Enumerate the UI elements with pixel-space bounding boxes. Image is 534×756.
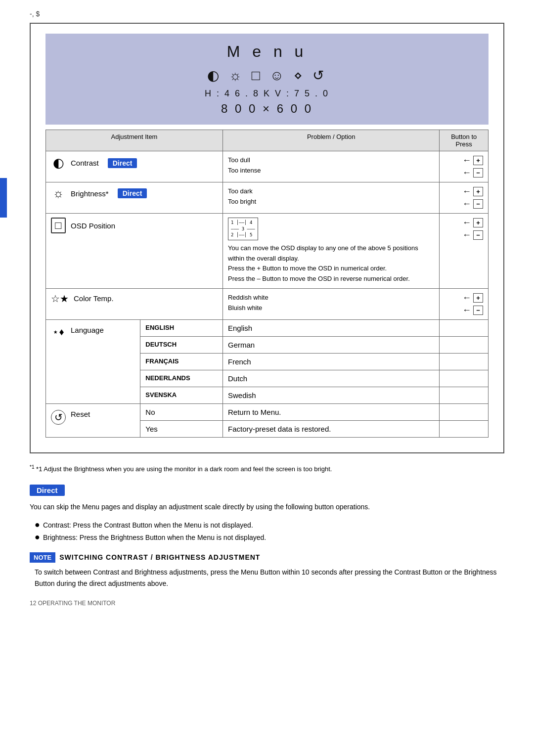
col-header-problem: Problem / Option (222, 130, 439, 151)
language-icon-cell: ⋆♦ Language (46, 319, 140, 403)
top-label: -, $ (30, 10, 504, 18)
brightness-problem-cell: Too darkToo bright (222, 182, 439, 214)
plus-box[interactable]: + (473, 293, 483, 303)
lang-code-english: ENGLISH (140, 319, 223, 336)
reset-label: Reset (71, 410, 90, 418)
lang-val-svenska: Swedish (222, 387, 439, 403)
lang-code-nederlands: NEDERLANDS (140, 370, 223, 387)
table-row: ⋆♦ Language ENGLISH English (46, 319, 489, 336)
lang-btn-deutsch (440, 336, 489, 353)
brightness-label: Brightness* (71, 189, 109, 198)
table-row: ↺ Reset No Return to Menu. (46, 403, 489, 420)
arrow-left-icon: ← (462, 199, 471, 209)
contrast-icon: ◐ (51, 155, 66, 171)
bullet-dot: ● (35, 532, 40, 543)
minus-box[interactable]: − (473, 306, 483, 315)
table-row: □ OSD Position 1 │――│ 4 ――― 3 ――― 2 │――│… (46, 214, 489, 289)
contrast-button-cell: ← + ← − (440, 151, 489, 182)
reset-icon: ↺ (51, 410, 66, 425)
lang-val-nederlands: Dutch (222, 370, 439, 387)
lang-val-english: English (222, 319, 439, 336)
lang-val-deutsch: German (222, 336, 439, 353)
plus-box[interactable]: + (473, 218, 483, 227)
brightness-adj-cell: ☼ Brightness* Direct (46, 182, 223, 214)
minus-box[interactable]: − (473, 168, 483, 178)
arrow-left-icon: ← (462, 293, 471, 303)
reset-no-btn (440, 403, 489, 420)
table-row: ◐ Contrast Direct Too dullToo intense ← … (46, 151, 489, 182)
note-title: SWITCHING CONTRAST / BRIGHTNESS ADJUSTME… (59, 553, 260, 561)
reset-icon-cell: ↺ Reset (46, 403, 140, 437)
brightness-icon: ☼ (51, 186, 66, 200)
minus-box[interactable]: − (473, 230, 483, 240)
footnote: *1 *1 Adjust the Brightness when you are… (30, 463, 504, 475)
direct-section-badge: Direct (30, 485, 65, 496)
note-header: NOTE SWITCHING CONTRAST / BRIGHTNESS ADJ… (30, 552, 504, 563)
lang-val-francais: French (222, 353, 439, 370)
contrast-adj-cell: ◐ Contrast Direct (46, 151, 223, 182)
contrast-direct-badge: Direct (108, 158, 137, 168)
reset-no-desc: Return to Menu. (222, 403, 439, 420)
arrow-left-icon: ← (462, 218, 471, 228)
colortemp-adj-cell: ☆★ Color Temp. (46, 288, 223, 319)
lang-btn-nederlands (440, 370, 489, 387)
menu-icons: ◐ ☼ □ ☺ ⋄ ↺ (50, 67, 484, 84)
colortemp-label: Color Temp. (74, 294, 114, 303)
brightness-button-cell: ← + ← − (440, 182, 489, 214)
lang-btn-francais (440, 353, 489, 370)
list-item: ● Brightness: Press the Brightness Butto… (35, 532, 504, 544)
arrow-left-icon: ← (462, 186, 471, 197)
language-label: Language (71, 326, 104, 334)
reset-no-cell: No (140, 403, 223, 420)
direct-section-description: You can skip the Menu pages and display … (30, 501, 504, 513)
brightness-direct-badge: Direct (118, 188, 147, 198)
arrow-left-icon: ← (462, 230, 471, 240)
osd-adj-cell: □ OSD Position (46, 214, 223, 289)
note-badge: NOTE (30, 552, 55, 563)
minus-box[interactable]: − (473, 199, 483, 209)
colortemp-problem-cell: Reddish whiteBluish white (222, 288, 439, 319)
bullet-dot: ● (35, 519, 40, 531)
lang-code-deutsch: DEUTSCH (140, 336, 223, 353)
table-row: ☆★ Color Temp. Reddish whiteBluish white… (46, 288, 489, 319)
arrow-left-icon: ← (462, 155, 471, 166)
table-row: ☼ Brightness* Direct Too darkToo bright … (46, 182, 489, 214)
col-header-button: Button to Press (440, 130, 489, 151)
contrast-problem-cell: Too dullToo intense (222, 151, 439, 182)
reset-yes-btn (440, 420, 489, 437)
plus-box[interactable]: + (473, 187, 483, 196)
menu-resolution: 8 0 0 × 6 0 0 (50, 102, 484, 116)
lang-btn-svenska (440, 387, 489, 403)
direct-bullet-list: ● Contrast: Press the Contrast Button wh… (30, 519, 504, 544)
plus-box[interactable]: + (473, 156, 483, 165)
menu-header: M e n u ◐ ☼ □ ☺ ⋄ ↺ H : 4 6 . 8 K V : 7 … (45, 34, 489, 125)
direct-section: Direct You can skip the Menu pages and d… (30, 485, 504, 590)
osd-diagram: 1 │――│ 4 ――― 3 ――― 2 │――│ 5 (228, 218, 258, 240)
arrow-left-icon: ← (462, 305, 471, 315)
main-table: Adjustment Item Problem / Option Button … (45, 130, 489, 438)
osd-button-cell: ← + ← − (440, 214, 489, 289)
colortemp-button-cell: ← + ← − (440, 288, 489, 319)
menu-box: M e n u ◐ ☼ □ ☺ ⋄ ↺ H : 4 6 . 8 K V : 7 … (30, 23, 504, 453)
colortemp-icon: ☆★ (51, 293, 69, 305)
list-item: ● Contrast: Press the Contrast Button wh… (35, 519, 504, 532)
lang-btn-english (440, 319, 489, 336)
osd-label: OSD Position (71, 222, 115, 230)
lang-code-svenska: SVENSKA (140, 387, 223, 403)
blue-sidebar-accent (0, 178, 7, 218)
reset-yes-cell: Yes (140, 420, 223, 437)
osd-icon: □ (51, 218, 66, 233)
arrow-left-icon: ← (462, 168, 471, 178)
menu-title: M e n u (50, 43, 484, 61)
page-footer: 12 OPERATING THE MONITOR (30, 600, 504, 607)
col-header-adjustment: Adjustment Item (46, 130, 223, 151)
language-icon: ⋆♦ (51, 326, 66, 338)
note-text: To switch between Contrast and Brightnes… (30, 567, 504, 590)
menu-freq: H : 4 6 . 8 K V : 7 5 . 0 (50, 89, 484, 99)
contrast-label: Contrast (71, 159, 99, 167)
reset-yes-desc: Factory-preset data is restored. (222, 420, 439, 437)
osd-problem-cell: 1 │――│ 4 ――― 3 ――― 2 │――│ 5 You can move… (222, 214, 439, 289)
lang-code-francais: FRANÇAIS (140, 353, 223, 370)
